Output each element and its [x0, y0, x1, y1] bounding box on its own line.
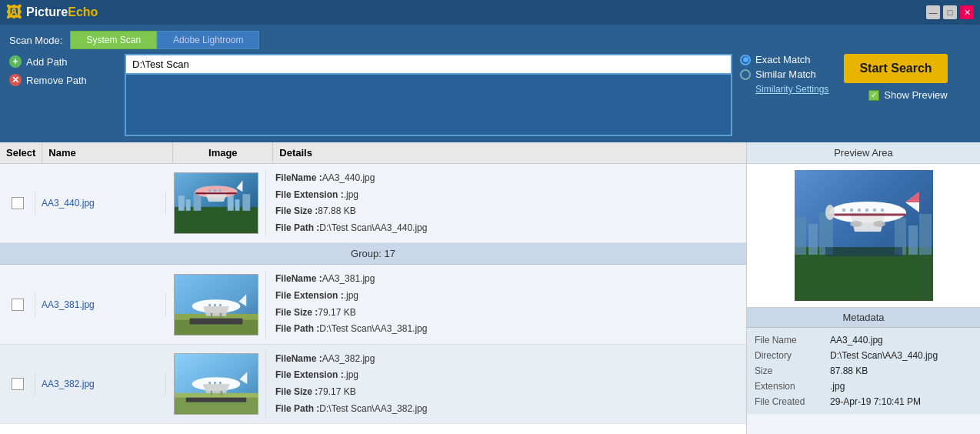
preview-area-title: Preview Area [747, 142, 980, 164]
thumbnail [174, 172, 258, 234]
main-container: Scan Mode: System Scan Adobe Lightroom +… [0, 25, 980, 434]
row-select [0, 191, 35, 215]
system-scan-tab[interactable]: System Scan [70, 31, 157, 49]
row-image [166, 350, 266, 418]
add-path-label: Add Path [26, 56, 68, 68]
path-input-area [125, 54, 732, 136]
svg-rect-47 [825, 247, 902, 256]
svg-rect-57 [865, 209, 868, 212]
thumbnail [174, 274, 258, 336]
match-options: Exact Match Similar Match Similarity Set… [740, 54, 828, 95]
right-controls: Exact Match Similar Match Similarity Set… [740, 54, 971, 101]
row-name: AA3_382.jpg [35, 372, 166, 396]
table-row: AA3_382.jpg [0, 345, 746, 424]
svg-rect-5 [227, 195, 233, 211]
start-search-button[interactable]: Start Search [844, 54, 947, 83]
titlebar: 🖼 PictureEcho — □ ✕ [0, 0, 980, 25]
list-header: Select Name Image Details [0, 142, 746, 164]
row-checkbox[interactable] [12, 378, 24, 390]
checkmark-icon: ✓ [871, 91, 877, 99]
svg-rect-6 [235, 199, 239, 211]
svg-rect-3 [185, 199, 190, 211]
svg-rect-46 [919, 214, 932, 255]
svg-rect-59 [881, 209, 884, 212]
add-path-button[interactable]: + Add Path [9, 54, 117, 69]
exact-match-radio[interactable] [740, 55, 751, 65]
metadata-row-size: Size 87.88 KB [755, 363, 972, 379]
svg-rect-1 [175, 207, 258, 233]
svg-rect-37 [211, 391, 212, 396]
metadata-row-extension: Extension .jpg [755, 379, 972, 394]
table-row: AA3_381.jpg [0, 265, 746, 344]
path-input[interactable] [125, 54, 732, 75]
row-checkbox[interactable] [12, 197, 24, 209]
svg-rect-13 [214, 190, 216, 192]
app-title: PictureEcho [26, 5, 98, 19]
minimize-button[interactable]: — [926, 5, 940, 19]
metadata-value: D:\Test Scan\AA3_440.jpg [830, 350, 938, 361]
content-area: Select Name Image Details AA3_440.jpg [0, 142, 980, 434]
close-button[interactable]: ✕ [960, 5, 974, 19]
svg-rect-41 [795, 216, 806, 255]
preview-plane-svg [795, 170, 933, 301]
path-and-controls: + Add Path ✕ Remove Path [9, 54, 971, 136]
group-row: Group: 17 [0, 243, 746, 265]
show-preview-checkbox[interactable]: ✓ [868, 90, 879, 101]
metadata-table: File Name AA3_440.jpg Directory D:\Test … [747, 328, 980, 414]
metadata-title: Metadata [747, 308, 980, 328]
metadata-value: .jpg [830, 381, 845, 392]
list-panel: Select Name Image Details AA3_440.jpg [0, 142, 746, 434]
left-section: + Add Path ✕ Remove Path [9, 54, 117, 88]
preview-image [795, 170, 933, 301]
plane-thumbnail-svg-2 [175, 274, 258, 336]
metadata-row-directory: Directory D:\Test Scan\AA3_440.jpg [755, 348, 972, 363]
row-details: FileName :AA3_440.jpg File Extension :.j… [266, 164, 746, 242]
metadata-key: Directory [755, 350, 824, 361]
svg-rect-12 [208, 190, 211, 192]
row-select [0, 292, 35, 317]
svg-rect-22 [208, 304, 211, 306]
similarity-settings-link[interactable]: Similarity Settings [740, 83, 828, 95]
remove-path-label: Remove Path [26, 75, 87, 86]
path-box [125, 75, 732, 136]
similar-match-radio[interactable] [740, 69, 751, 80]
metadata-row-filename: File Name AA3_440.jpg [755, 332, 972, 348]
group-number: 17 [384, 248, 395, 259]
top-panel: Scan Mode: System Scan Adobe Lightroom +… [0, 25, 980, 142]
svg-rect-14 [218, 190, 221, 192]
row-checkbox[interactable] [12, 299, 24, 311]
svg-point-53 [873, 221, 885, 227]
svg-rect-2 [178, 195, 184, 211]
remove-icon: ✕ [9, 74, 22, 86]
svg-rect-56 [858, 209, 861, 212]
metadata-key: File Created [755, 396, 824, 407]
svg-rect-25 [211, 312, 212, 317]
exact-match-row: Exact Match [740, 54, 828, 65]
similar-match-label: Similar Match [755, 68, 816, 80]
row-image [166, 169, 266, 237]
plane-thumbnail-svg [175, 172, 258, 234]
row-name: AA3_381.jpg [35, 293, 166, 316]
svg-rect-23 [214, 304, 216, 306]
preview-panel: Preview Area [746, 142, 980, 434]
remove-path-button[interactable]: ✕ Remove Path [9, 72, 117, 88]
row-select [0, 372, 35, 396]
radio-inner [743, 57, 748, 62]
svg-rect-26 [219, 312, 221, 317]
svg-rect-30 [185, 398, 246, 402]
svg-rect-42 [808, 224, 818, 255]
list-body: AA3_440.jpg [0, 164, 746, 434]
metadata-value: AA3_440.jpg [830, 335, 883, 346]
metadata-key: Extension [755, 381, 824, 392]
thumbnail [174, 353, 258, 415]
group-label: Group: [351, 248, 382, 259]
show-preview-row: ✓ Show Preview [868, 89, 947, 101]
adobe-lightroom-tab[interactable]: Adobe Lightroom [157, 31, 259, 49]
show-preview-label: Show Preview [884, 89, 947, 101]
svg-rect-55 [850, 209, 853, 212]
svg-marker-32 [202, 384, 229, 393]
similar-match-row: Similar Match [740, 68, 828, 80]
scan-mode-label: Scan Mode: [9, 35, 62, 46]
svg-rect-58 [873, 209, 876, 212]
maximize-button[interactable]: □ [943, 5, 957, 19]
